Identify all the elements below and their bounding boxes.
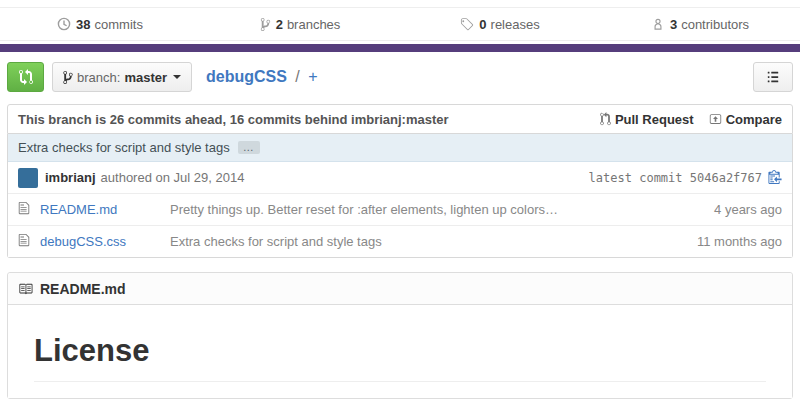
git-compare-icon bbox=[19, 69, 33, 85]
history-icon bbox=[57, 17, 71, 31]
pull-request-label: Pull Request bbox=[615, 112, 694, 127]
language-bar[interactable] bbox=[0, 44, 800, 52]
copy-sha-button[interactable] bbox=[768, 169, 782, 187]
contributors-icon bbox=[651, 17, 665, 32]
file-text-icon bbox=[18, 233, 40, 250]
commits-label: commits bbox=[95, 17, 143, 32]
readme-header: README.md bbox=[8, 273, 792, 305]
branch-status-message: This branch is 26 commits ahead, 16 comm… bbox=[18, 112, 585, 127]
stat-commits[interactable]: 38 commits bbox=[0, 8, 200, 40]
file-age: 11 months ago bbox=[697, 234, 782, 249]
branches-label: branches bbox=[287, 17, 340, 32]
file-navigation: branch: master debugCSS / + bbox=[7, 62, 793, 92]
latest-commit-sha[interactable]: latest commit 5046a2f767 bbox=[589, 171, 762, 185]
readme-box: README.md License bbox=[7, 272, 793, 399]
stat-releases[interactable]: 0 releases bbox=[400, 8, 600, 40]
branches-count: 2 bbox=[276, 17, 283, 32]
branch-select-menu[interactable]: branch: master bbox=[52, 62, 192, 92]
file-list-toggle-button[interactable] bbox=[753, 62, 793, 92]
git-pull-request-icon bbox=[600, 112, 611, 126]
commit-meta-row: imbrianj authored on Jul 29, 2014 latest… bbox=[8, 162, 792, 193]
file-commit-message[interactable]: Extra checks for script and style tags bbox=[170, 234, 697, 249]
table-row-debugcss: debugCSS.css Extra checks for script and… bbox=[8, 225, 792, 257]
compare-label: Compare bbox=[726, 112, 782, 127]
commit-tease-bar: Extra checks for script and style tags … bbox=[8, 134, 792, 162]
repo-stats-bar: 38 commits 2 branches 0 releases 3 contr… bbox=[0, 7, 800, 41]
file-link[interactable]: debugCSS.css bbox=[40, 234, 170, 249]
compare-link[interactable]: Compare bbox=[709, 112, 782, 127]
readme-body: License bbox=[8, 305, 792, 398]
compare-button[interactable] bbox=[7, 62, 44, 92]
compare-icon bbox=[709, 112, 722, 126]
file-link[interactable]: README.md bbox=[40, 202, 170, 217]
commit-message-link[interactable]: Extra checks for script and style tags bbox=[18, 140, 230, 155]
tag-icon bbox=[460, 17, 474, 32]
book-icon bbox=[18, 282, 33, 296]
current-branch: master bbox=[124, 70, 167, 85]
releases-label: releases bbox=[491, 17, 540, 32]
breadcrumb-repo-link[interactable]: debugCSS bbox=[206, 68, 287, 85]
clipboard-icon bbox=[768, 169, 782, 184]
git-branch-icon bbox=[260, 17, 271, 32]
contributors-label: contributors bbox=[681, 17, 749, 32]
breadcrumb: debugCSS / + bbox=[206, 68, 318, 86]
readme-title: README.md bbox=[40, 281, 126, 297]
commit-author-link[interactable]: imbrianj bbox=[45, 170, 96, 185]
commits-count: 38 bbox=[76, 17, 90, 32]
branch-status-bar: This branch is 26 commits ahead, 16 comm… bbox=[7, 104, 793, 134]
new-file-button[interactable]: + bbox=[308, 68, 317, 85]
pull-request-link[interactable]: Pull Request bbox=[600, 112, 694, 127]
commit-authored-text: authored on Jul 29, 2014 bbox=[101, 170, 245, 185]
commit-expand-button[interactable]: … bbox=[238, 141, 260, 154]
list-unordered-icon bbox=[767, 70, 779, 84]
file-text-icon bbox=[18, 201, 40, 218]
stat-branches[interactable]: 2 branches bbox=[200, 8, 400, 40]
commit-box: Extra checks for script and style tags …… bbox=[7, 134, 793, 258]
contributors-count: 3 bbox=[670, 17, 677, 32]
stat-contributors[interactable]: 3 contributors bbox=[600, 8, 800, 40]
repo-content: branch: master debugCSS / + This branch … bbox=[0, 62, 800, 399]
branch-label: branch: bbox=[77, 70, 120, 85]
avatar[interactable] bbox=[18, 168, 38, 188]
table-row-readme: README.md Pretty things up. Better reset… bbox=[8, 193, 792, 225]
chevron-down-icon bbox=[173, 75, 181, 83]
git-branch-icon bbox=[63, 70, 73, 85]
breadcrumb-separator: / bbox=[295, 68, 299, 85]
releases-count: 0 bbox=[479, 17, 486, 32]
file-commit-message[interactable]: Pretty things up. Better reset for :afte… bbox=[170, 202, 714, 217]
file-age: 4 years ago bbox=[714, 202, 782, 217]
readme-heading: License bbox=[34, 333, 766, 382]
